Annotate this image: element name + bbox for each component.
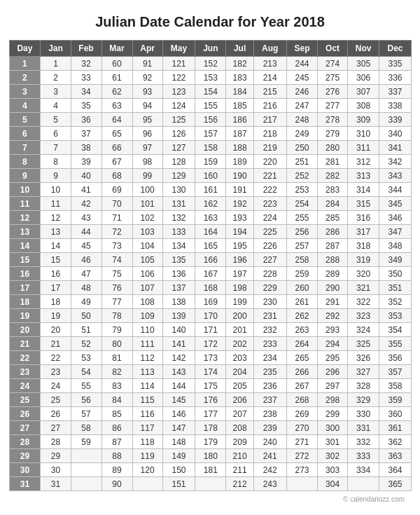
value-cell: 24: [41, 379, 71, 393]
value-cell: 84: [102, 393, 132, 407]
value-cell: 182: [226, 57, 254, 71]
day-cell: 27: [9, 421, 41, 435]
value-cell: 47: [71, 267, 102, 281]
value-cell: 316: [347, 211, 379, 225]
value-cell: 123: [162, 85, 195, 99]
value-cell: 101: [132, 197, 162, 211]
value-cell: 194: [226, 225, 254, 239]
value-cell: 207: [226, 407, 254, 421]
value-cell: 18: [41, 295, 71, 309]
day-cell: 8: [9, 155, 41, 169]
value-cell: 364: [379, 463, 411, 477]
value-cell: 83: [102, 379, 132, 393]
value-cell: 168: [195, 281, 226, 295]
value-cell: 109: [132, 309, 162, 323]
value-cell: 321: [347, 281, 379, 295]
value-cell: 6: [41, 127, 71, 141]
value-cell: 171: [195, 323, 226, 337]
value-cell: 280: [318, 141, 347, 155]
value-cell: 206: [226, 393, 254, 407]
value-cell: 332: [347, 435, 379, 449]
value-cell: 189: [226, 155, 254, 169]
day-cell: 11: [9, 197, 41, 211]
value-cell: 214: [253, 71, 286, 85]
value-cell: 318: [347, 239, 379, 253]
value-cell: 240: [253, 435, 286, 449]
value-cell: 56: [71, 393, 102, 407]
value-cell: 61: [102, 71, 132, 85]
value-cell: 34: [71, 85, 102, 99]
value-cell: 353: [379, 309, 411, 323]
value-cell: 104: [132, 239, 162, 253]
day-cell: 19: [9, 309, 41, 323]
value-cell: 46: [71, 253, 102, 267]
table-row: 88396798128159189220251281312342: [9, 155, 411, 169]
value-cell: [347, 477, 379, 491]
value-cell: 359: [379, 393, 411, 407]
column-header-aug: Aug: [253, 41, 286, 57]
value-cell: 265: [286, 351, 318, 365]
value-cell: 107: [132, 281, 162, 295]
table-row: 292988119149180210241272302333363: [9, 449, 411, 463]
value-cell: 151: [162, 477, 195, 491]
value-cell: 37: [71, 127, 102, 141]
value-cell: 10: [41, 183, 71, 197]
value-cell: 342: [379, 155, 411, 169]
value-cell: 126: [162, 127, 195, 141]
value-cell: 90: [102, 477, 132, 491]
table-row: 13134472103133164194225256286317347: [9, 225, 411, 239]
value-cell: 159: [195, 155, 226, 169]
value-cell: 298: [318, 393, 347, 407]
day-cell: 22: [9, 351, 41, 365]
value-cell: 307: [347, 85, 379, 99]
value-cell: 59: [71, 435, 102, 449]
value-cell: 208: [226, 421, 254, 435]
value-cell: 21: [41, 337, 71, 351]
value-cell: 356: [379, 351, 411, 365]
value-cell: 322: [347, 295, 379, 309]
table-row: 44356394124155185216247277308338: [9, 99, 411, 113]
value-cell: 296: [318, 365, 347, 379]
value-cell: 71: [102, 211, 132, 225]
value-cell: 278: [318, 113, 347, 127]
value-cell: 156: [195, 113, 226, 127]
value-cell: 310: [347, 127, 379, 141]
value-cell: 228: [253, 267, 286, 281]
value-cell: 252: [286, 169, 318, 183]
value-cell: 57: [71, 407, 102, 421]
value-cell: 111: [132, 337, 162, 351]
day-cell: 12: [9, 211, 41, 225]
value-cell: 27: [41, 421, 71, 435]
value-cell: 41: [71, 183, 102, 197]
value-cell: 81: [102, 351, 132, 365]
value-cell: 89: [102, 463, 132, 477]
value-cell: 287: [318, 239, 347, 253]
value-cell: 259: [286, 267, 318, 281]
column-header-sep: Sep: [286, 41, 318, 57]
value-cell: 176: [195, 393, 226, 407]
table-row: 22225381112142173203234265295326356: [9, 351, 411, 365]
value-cell: 219: [253, 141, 286, 155]
value-cell: 226: [253, 239, 286, 253]
value-cell: 329: [347, 393, 379, 407]
table-row: 303089120150181211242273303334364: [9, 463, 411, 477]
value-cell: 192: [226, 197, 254, 211]
value-cell: 251: [286, 155, 318, 169]
value-cell: 25: [41, 393, 71, 407]
value-cell: 22: [41, 351, 71, 365]
table-row: 20205179110140171201232263293324354: [9, 323, 411, 337]
value-cell: 264: [286, 337, 318, 351]
value-cell: 237: [253, 393, 286, 407]
table-row: 24245583114144175205236267297328358: [9, 379, 411, 393]
value-cell: 133: [162, 225, 195, 239]
value-cell: 186: [226, 113, 254, 127]
value-cell: 297: [318, 379, 347, 393]
value-cell: 161: [195, 183, 226, 197]
value-cell: 183: [226, 71, 254, 85]
value-cell: 181: [195, 463, 226, 477]
value-cell: 110: [132, 323, 162, 337]
value-cell: 230: [253, 295, 286, 309]
value-cell: 28: [41, 435, 71, 449]
value-cell: 266: [286, 365, 318, 379]
value-cell: 136: [162, 267, 195, 281]
